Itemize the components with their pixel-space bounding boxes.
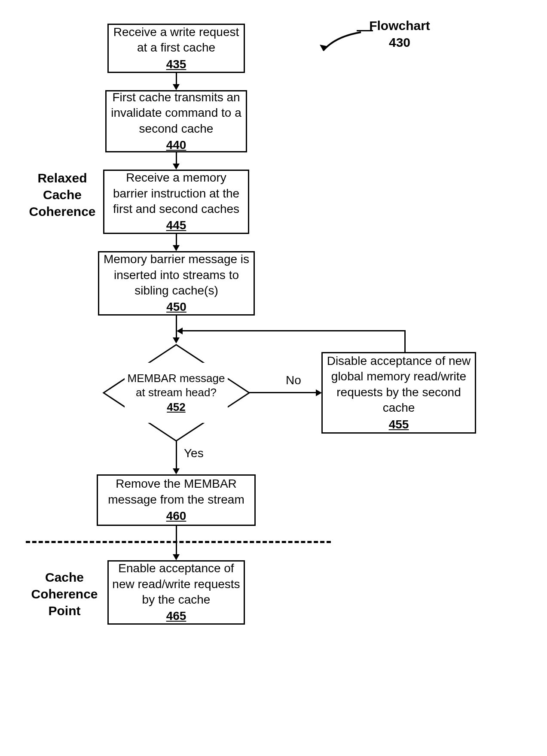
box-465-text: Enable acceptance of new read/write requ… — [112, 561, 240, 607]
label-relaxed: Relaxed Cache Coherence — [24, 170, 101, 220]
label-relaxed-l2: Cache — [43, 188, 82, 202]
label-point-l3: Point — [49, 604, 81, 618]
box-445: Receive a memory barrier instruction at … — [103, 170, 249, 234]
flowchart-number: 430 — [389, 35, 410, 49]
flowchart-container: Flowchart 430 Receive a write request at… — [0, 0, 547, 756]
box-435-text: Receive a write request at a first cache — [112, 24, 240, 56]
box-445-num: 445 — [166, 218, 186, 233]
feedback-vline — [404, 330, 406, 352]
label-relaxed-l3: Coherence — [29, 204, 95, 219]
label-relaxed-l1: Relaxed — [37, 171, 87, 185]
box-445-text: Receive a memory barrier instruction at … — [108, 170, 244, 217]
diamond-452-num: 452 — [167, 400, 185, 414]
box-440-text: First cache transmits an invalidate comm… — [110, 90, 242, 137]
label-yes: Yes — [184, 446, 204, 460]
box-455-num: 455 — [389, 417, 409, 432]
swoosh-arrow — [318, 30, 365, 56]
box-460-num: 460 — [166, 508, 186, 524]
label-point-l1: Cache — [45, 570, 84, 584]
diamond-452-text: MEMBAR message at stream head? — [125, 371, 228, 399]
box-455-text: Disable acceptance of new global memory … — [326, 353, 471, 416]
label-no: No — [286, 373, 301, 387]
box-455: Disable acceptance of new global memory … — [321, 352, 476, 434]
box-450: Memory barrier message is inserted into … — [98, 251, 255, 316]
box-460: Remove the MEMBAR message from the strea… — [97, 474, 256, 526]
dashed-separator — [26, 541, 331, 543]
box-465: Enable acceptance of new read/write requ… — [107, 560, 245, 625]
label-point: Cache Coherence Point — [26, 569, 103, 619]
leader-to-430 — [357, 30, 373, 31]
flowchart-title: Flowchart — [369, 18, 430, 33]
diamond-452: MEMBAR message at stream head? 452 — [125, 363, 228, 423]
box-465-num: 465 — [166, 608, 186, 624]
no-arrowhead — [316, 389, 322, 396]
no-line — [249, 392, 316, 393]
feedback-hline — [180, 330, 406, 331]
box-440: First cache transmits an invalidate comm… — [105, 90, 247, 152]
box-450-text: Memory barrier message is inserted into … — [103, 252, 250, 298]
box-440-num: 440 — [166, 137, 186, 153]
flowchart-title-block: Flowchart 430 — [357, 17, 443, 51]
label-point-l2: Coherence — [31, 587, 98, 601]
box-450-num: 450 — [166, 299, 186, 315]
box-460-text: Remove the MEMBAR message from the strea… — [101, 476, 251, 507]
feedback-arrowhead — [177, 328, 183, 334]
box-435-num: 435 — [166, 57, 186, 72]
box-435: Receive a write request at a first cache… — [107, 24, 245, 73]
